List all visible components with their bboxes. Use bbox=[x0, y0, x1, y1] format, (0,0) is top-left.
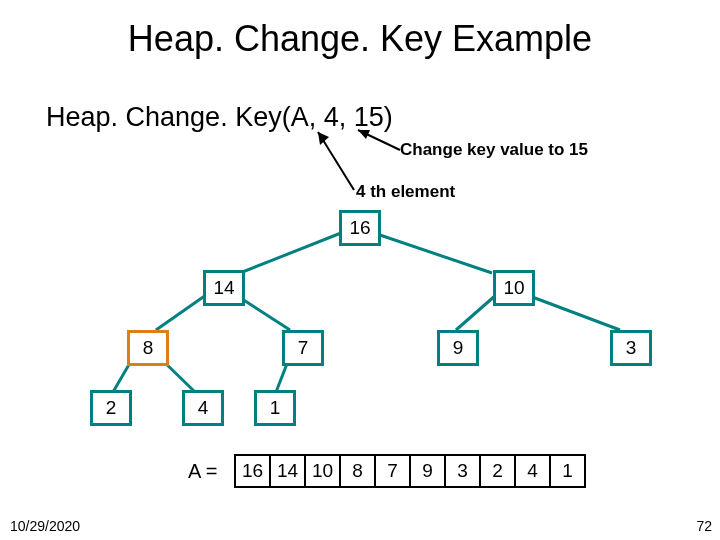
annotation-change-key: Change key value to 15 bbox=[400, 140, 588, 160]
heap-node-6: 9 bbox=[437, 330, 479, 366]
footer-page-number: 72 bbox=[696, 518, 712, 534]
heap-node-7: 3 bbox=[610, 330, 652, 366]
svg-line-6 bbox=[156, 295, 206, 330]
array-cell: 10 bbox=[305, 455, 340, 487]
heap-node-3: 10 bbox=[493, 270, 535, 306]
heap-node-5: 7 bbox=[282, 330, 324, 366]
array-cell: 2 bbox=[480, 455, 515, 487]
svg-line-9 bbox=[527, 295, 620, 330]
svg-line-4 bbox=[240, 233, 341, 273]
array-cell: 3 bbox=[445, 455, 480, 487]
footer-date: 10/29/2020 bbox=[10, 518, 80, 534]
array-label: A = bbox=[188, 460, 217, 483]
heap-array: 16 14 10 8 7 9 3 2 4 1 bbox=[234, 454, 586, 488]
slide-title: Heap. Change. Key Example bbox=[0, 18, 720, 60]
heap-node-8: 2 bbox=[90, 390, 132, 426]
annotation-4th-element: 4 th element bbox=[356, 182, 455, 202]
svg-line-8 bbox=[456, 295, 496, 330]
heap-node-2: 14 bbox=[203, 270, 245, 306]
array-cell: 8 bbox=[340, 455, 375, 487]
heap-node-10: 1 bbox=[254, 390, 296, 426]
array-cell: 9 bbox=[410, 455, 445, 487]
heap-node-4-highlight: 8 bbox=[127, 330, 169, 366]
array-cell: 4 bbox=[515, 455, 550, 487]
array-cell: 1 bbox=[550, 455, 585, 487]
heap-node-1: 16 bbox=[339, 210, 381, 246]
array-cell: 7 bbox=[375, 455, 410, 487]
function-call: Heap. Change. Key(A, 4, 15) bbox=[46, 102, 393, 133]
svg-marker-3 bbox=[318, 132, 329, 145]
array-cell: 16 bbox=[235, 455, 270, 487]
svg-line-5 bbox=[374, 233, 492, 273]
svg-line-2 bbox=[318, 132, 354, 190]
array-cell: 14 bbox=[270, 455, 305, 487]
svg-line-0 bbox=[358, 130, 400, 150]
heap-node-9: 4 bbox=[182, 390, 224, 426]
